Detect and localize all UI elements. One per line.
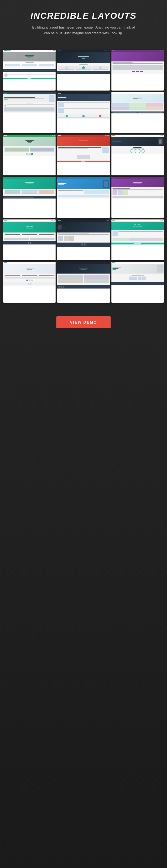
layout-thumb-1[interactable] (3, 50, 55, 91)
layout-thumb-18[interactable] (112, 262, 164, 303)
layout-thumb-8[interactable] (57, 134, 110, 176)
layout-thumb-12[interactable] (112, 177, 164, 218)
view-demo-button[interactable]: VIEW DEMO (56, 316, 111, 328)
layout-thumb-10[interactable] (3, 177, 55, 218)
layout-thumb-3[interactable] (112, 50, 164, 91)
layout-thumb-11[interactable] (57, 177, 110, 218)
layout-thumb-9[interactable] (112, 134, 164, 176)
layout-thumb-6[interactable] (112, 92, 164, 133)
page-title: INCREDIBLE LAYOUTS (5, 11, 162, 21)
thumb-hero-1 (3, 52, 55, 61)
header-section: INCREDIBLE LAYOUTS Building a layout has… (0, 0, 167, 50)
layout-thumb-2[interactable] (57, 50, 110, 91)
layout-thumb-15[interactable]: WE LOVEOUR CLIENTS (112, 219, 164, 260)
layout-thumb-16[interactable] (3, 262, 55, 303)
layouts-grid: LookUp (0, 50, 167, 303)
layout-thumb-5[interactable] (57, 92, 110, 133)
layout-thumb-17[interactable] (57, 262, 110, 303)
thumb-logo-1 (4, 50, 7, 51)
layout-thumb-13[interactable]: LookUp (3, 219, 55, 260)
layout-thumb-4[interactable] (3, 92, 55, 133)
cta-section: VIEW DEMO (0, 311, 167, 342)
subtitle-text: Building a layout has never been easier.… (29, 25, 138, 36)
layout-thumb-7[interactable] (3, 134, 55, 176)
layout-thumb-14[interactable] (57, 219, 110, 260)
